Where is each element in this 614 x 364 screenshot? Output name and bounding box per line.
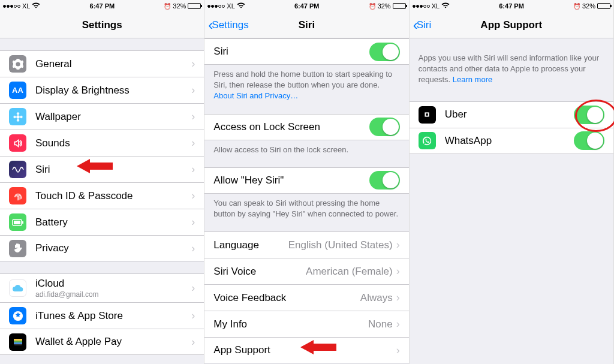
nav-bar: Settings	[0, 12, 204, 38]
row-general[interactable]: General ›	[0, 50, 204, 77]
status-time: 6:47 PM	[499, 2, 524, 10]
row-label: Wallpaper	[35, 111, 191, 123]
row-itunes-appstore[interactable]: iTunes & App Store ›	[0, 302, 204, 329]
appstore-icon	[9, 307, 26, 324]
settings-screen: XL 6:47 PM ⏰ 32% Settings General › AA	[0, 0, 204, 364]
svg-rect-6	[22, 221, 23, 224]
status-time: 6:47 PM	[90, 2, 115, 10]
row-app-whatsapp[interactable]: WhatsApp	[410, 128, 613, 154]
toggle-switch[interactable]	[574, 131, 604, 150]
row-display-brightness[interactable]: AA Display & Brightness ›	[0, 77, 204, 103]
row-language[interactable]: Language English (United States) ›	[204, 231, 408, 258]
nav-bar: ‹ Siri App Support	[410, 12, 613, 38]
row-battery[interactable]: Battery ›	[0, 209, 204, 235]
chevron-icon: ›	[191, 58, 195, 70]
row-label: General	[35, 58, 191, 70]
row-wallet[interactable]: Wallet & Apple Pay ›	[0, 329, 204, 355]
row-subtitle: adi.fida@gmail.com	[35, 290, 191, 299]
row-label: Allow "Hey Siri"	[213, 175, 369, 186]
row-app-support[interactable]: App Support ›	[204, 337, 408, 363]
row-voice-feedback[interactable]: Voice Feedback Always ›	[204, 284, 408, 311]
speaker-icon	[9, 134, 26, 152]
chevron-icon: ›	[191, 336, 195, 348]
wifi-icon	[237, 2, 245, 10]
carrier-label: XL	[22, 2, 30, 10]
row-label: App Support	[213, 344, 396, 356]
svg-point-1	[16, 112, 19, 115]
row-sounds[interactable]: Sounds ›	[0, 130, 204, 156]
row-siri-toggle[interactable]: Siri	[204, 38, 408, 65]
chevron-icon: ›	[396, 265, 400, 278]
hand-icon	[9, 240, 26, 257]
whatsapp-icon	[419, 132, 436, 149]
about-siri-privacy-link[interactable]: About Siri and Privacy…	[213, 91, 298, 100]
svg-point-0	[16, 115, 19, 118]
row-lock-screen-toggle[interactable]: Access on Lock Screen	[204, 114, 408, 140]
battery-pct: 32%	[173, 2, 186, 10]
row-icloud[interactable]: iCloud adi.fida@gmail.com ›	[0, 273, 204, 302]
row-siri[interactable]: Siri ›	[0, 156, 204, 182]
gear-icon	[9, 55, 26, 73]
nav-bar: ‹ Settings Siri	[204, 12, 408, 38]
fingerprint-icon	[9, 187, 26, 204]
status-bar: XL 6:47 PM ⏰ 32%	[410, 0, 613, 12]
row-label: Voice Feedback	[213, 292, 360, 304]
battery-pct: 32%	[378, 2, 391, 10]
row-label: Wallet & Apple Pay	[35, 336, 191, 348]
signal-icon	[413, 5, 430, 8]
row-label: Touch ID & Passcode	[35, 190, 191, 202]
cloud-icon	[9, 279, 26, 297]
wallet-icon	[9, 333, 26, 351]
section-header-text: Apps you use with Siri will send informa…	[410, 38, 613, 91]
row-label: Siri	[213, 46, 369, 58]
toggle-switch[interactable]	[369, 118, 400, 136]
row-value: American (Female)	[306, 266, 393, 278]
learn-more-link[interactable]: Learn more	[453, 75, 492, 84]
back-button[interactable]: ‹ Siri	[413, 18, 432, 32]
row-label: Sounds	[35, 137, 191, 149]
row-hey-siri-toggle[interactable]: Allow "Hey Siri"	[204, 167, 408, 194]
chevron-icon: ›	[396, 344, 400, 357]
svg-rect-12	[14, 342, 22, 344]
row-touch-id[interactable]: Touch ID & Passcode ›	[0, 182, 204, 209]
app-support-screen: XL 6:47 PM ⏰ 32% ‹ Siri App Support Apps…	[410, 0, 614, 364]
toggle-switch[interactable]	[369, 43, 400, 61]
row-label: WhatsApp	[445, 135, 574, 147]
carrier-label: XL	[432, 2, 440, 10]
status-time: 6:47 PM	[294, 2, 320, 10]
alarm-icon: ⏰	[164, 3, 171, 10]
chevron-icon: ›	[191, 309, 195, 322]
row-value: English (United States)	[288, 239, 393, 251]
row-label: iTunes & App Store	[35, 310, 191, 322]
back-label: Settings	[212, 19, 248, 31]
svg-rect-10	[14, 339, 22, 341]
svg-point-4	[20, 115, 23, 118]
row-siri-voice[interactable]: Siri Voice American (Female) ›	[204, 258, 408, 284]
row-my-info[interactable]: My Info None ›	[204, 311, 408, 337]
section-footer: Press and hold the home button to start …	[204, 65, 408, 107]
battery-icon	[188, 3, 201, 9]
svg-point-3	[13, 115, 16, 118]
status-bar: XL 6:47 PM ⏰ 32%	[204, 0, 408, 12]
row-label: Privacy	[35, 242, 191, 254]
row-value: Always	[360, 292, 393, 304]
back-label: Siri	[417, 19, 432, 31]
flower-icon	[9, 108, 26, 125]
text-size-icon: AA	[9, 82, 26, 99]
row-wallpaper[interactable]: Wallpaper ›	[0, 103, 204, 130]
svg-rect-16	[426, 113, 428, 116]
row-label: Language	[213, 239, 288, 251]
chevron-icon: ›	[191, 189, 195, 202]
row-value: None	[368, 318, 393, 330]
toggle-switch[interactable]	[574, 106, 604, 124]
row-privacy[interactable]: Privacy ›	[0, 235, 204, 261]
row-app-uber[interactable]: Uber	[410, 101, 613, 128]
svg-point-2	[16, 119, 19, 122]
back-button[interactable]: ‹ Settings	[208, 18, 248, 32]
alarm-icon: ⏰	[369, 3, 376, 10]
chevron-icon: ›	[396, 318, 400, 330]
section-footer: Allow access to Siri on the lock screen.	[204, 140, 408, 160]
chevron-icon: ›	[191, 282, 195, 294]
carrier-label: XL	[227, 2, 234, 10]
toggle-switch[interactable]	[369, 171, 400, 189]
